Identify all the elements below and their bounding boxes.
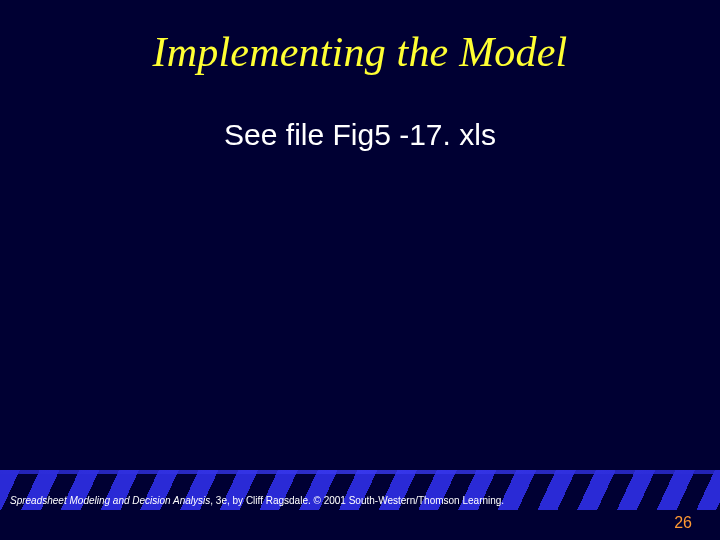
citation-details: , 3e, by Cliff Ragsdale. © 2001 South-We… <box>210 495 504 506</box>
slide-title: Implementing the Model <box>0 28 720 76</box>
slide: Implementing the Model See file Fig5 -17… <box>0 0 720 540</box>
slide-subtitle: See file Fig5 -17. xls <box>0 118 720 152</box>
citation-book-title: Spreadsheet Modeling and Decision Analys… <box>10 495 210 506</box>
footer-citation: Spreadsheet Modeling and Decision Analys… <box>10 495 504 506</box>
page-number: 26 <box>674 514 692 532</box>
